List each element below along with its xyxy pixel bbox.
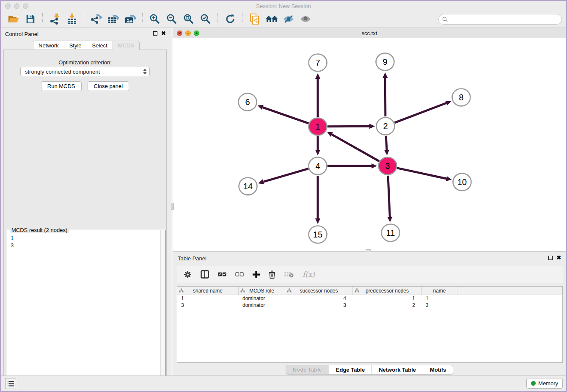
column-header-MCDS-role[interactable]: MCDS role <box>239 287 285 295</box>
function-builder-button[interactable]: f(x) <box>303 269 315 279</box>
search-input[interactable] <box>450 16 561 23</box>
edge-3-10[interactable] <box>397 168 446 179</box>
table-row[interactable]: 1dominator411 <box>177 295 562 302</box>
memory-button[interactable]: Memory <box>526 378 563 389</box>
criterion-value: strongly connected component <box>25 69 100 75</box>
open-session-button[interactable] <box>6 12 21 26</box>
node-11[interactable]: 11 <box>382 224 400 242</box>
node-2[interactable]: 2 <box>377 118 395 135</box>
column-header-shared-name[interactable]: shared name <box>177 287 239 295</box>
table-cell[interactable]: 1 <box>422 295 457 301</box>
home-button[interactable] <box>264 12 279 26</box>
open-folder-icon <box>8 14 19 24</box>
criterion-dropdown[interactable]: strongly connected component <box>20 67 150 76</box>
apply-layout-button[interactable] <box>223 12 237 26</box>
unselect-all-columns-button[interactable] <box>235 269 244 279</box>
edge-1-2[interactable] <box>328 126 369 127</box>
tab-node-table[interactable]: Node Table <box>286 365 329 375</box>
mcds-result-text[interactable]: 1 3 <box>7 232 160 390</box>
toolbar-separator <box>217 13 218 25</box>
tab-motifs[interactable]: Motifs <box>423 365 453 375</box>
table-cell[interactable]: 3 <box>422 302 457 308</box>
node-14[interactable]: 14 <box>239 178 257 195</box>
table-cell[interactable]: dominator <box>239 295 285 301</box>
zoom-in-button[interactable] <box>148 12 162 26</box>
export-table-button[interactable] <box>106 12 121 26</box>
control-panel-body: Optimization criterion: strongly connect… <box>3 50 167 376</box>
search-field[interactable] <box>438 14 562 25</box>
table-cell[interactable]: 3 <box>285 302 353 308</box>
tab-mcds[interactable]: MCDS <box>113 41 140 50</box>
table-cell[interactable]: dominator <box>239 302 285 308</box>
node-1[interactable]: 1 <box>309 118 327 135</box>
column-header-successor-nodes[interactable]: successor nodes <box>285 287 353 295</box>
network-canvas[interactable]: 1234678910111415 <box>173 38 566 251</box>
select-all-columns-button[interactable] <box>218 269 226 279</box>
edge-2-8[interactable] <box>395 103 446 122</box>
network-view-title: scc.txt <box>173 30 566 36</box>
hide-selected-button[interactable] <box>281 12 296 26</box>
tab-network[interactable]: Network <box>33 41 64 50</box>
canvas-resize-handle[interactable] <box>366 249 371 251</box>
control-panel-tabs: NetworkStyleSelectMCDS <box>33 41 140 50</box>
column-header-name[interactable]: name <box>422 287 457 295</box>
run-mcds-button[interactable]: Run MCDS <box>41 81 82 91</box>
svg-text:8: 8 <box>459 93 463 102</box>
tab-style[interactable]: Style <box>64 41 87 50</box>
svg-text:9: 9 <box>383 57 387 66</box>
delete-column-button[interactable] <box>269 269 275 279</box>
table-row[interactable]: 3dominator323 <box>177 302 562 309</box>
add-column-button[interactable] <box>253 269 260 279</box>
tab-network-table[interactable]: Network Table <box>372 365 423 375</box>
svg-text:15: 15 <box>313 230 322 239</box>
float-panel-icon[interactable] <box>153 31 157 36</box>
node-4[interactable]: 4 <box>309 157 327 175</box>
edge-3-1[interactable] <box>332 135 379 161</box>
optimization-criterion-label: Optimization criterion: <box>4 59 166 66</box>
edge-1-6[interactable] <box>263 108 308 124</box>
column-view-button[interactable] <box>201 269 209 279</box>
table-cell[interactable]: 1 <box>353 295 422 301</box>
delete-table-button[interactable] <box>284 269 294 279</box>
node-10[interactable]: 10 <box>453 174 471 191</box>
zoom-selected-button[interactable] <box>198 12 213 26</box>
node-3[interactable]: 3 <box>379 157 397 175</box>
export-network-button[interactable] <box>89 12 104 26</box>
edge-4-14[interactable] <box>263 168 308 182</box>
table-cell[interactable]: 4 <box>285 295 353 301</box>
clone-network-button[interactable] <box>248 12 262 26</box>
toolbar-separator <box>84 13 85 25</box>
node-9[interactable]: 9 <box>376 53 394 71</box>
edge-2-3[interactable] <box>386 136 387 150</box>
tab-select[interactable]: Select <box>87 41 113 50</box>
table-cell[interactable]: 2 <box>353 302 422 308</box>
edge-arrow-4-15 <box>315 218 320 224</box>
task-history-button[interactable] <box>5 378 16 389</box>
save-session-button[interactable] <box>23 12 38 26</box>
import-table-button[interactable] <box>65 12 79 26</box>
node-6[interactable]: 6 <box>239 94 257 111</box>
table-cell[interactable]: 3 <box>177 302 239 308</box>
zoom-fit-button[interactable] <box>182 12 196 26</box>
close-panel-button[interactable]: Close panel <box>88 81 129 91</box>
node-15[interactable]: 15 <box>309 226 327 243</box>
tab-edge-table[interactable]: Edge Table <box>329 365 372 375</box>
select-all-columns-icon <box>218 272 226 276</box>
import-network-button[interactable] <box>48 12 62 26</box>
node-8[interactable]: 8 <box>452 89 471 106</box>
table-cell[interactable]: 1 <box>177 295 239 301</box>
edge-3-11[interactable] <box>388 176 390 217</box>
svg-text:3: 3 <box>385 161 390 171</box>
column-header-predecessor-nodes[interactable]: predecessor nodes <box>353 287 422 295</box>
table-settings-button[interactable] <box>184 269 192 279</box>
export-image-button[interactable] <box>123 12 138 26</box>
close-table-panel-icon[interactable]: ✖ <box>556 255 561 260</box>
edge-2-9[interactable] <box>385 78 385 116</box>
show-all-button[interactable] <box>298 12 313 26</box>
float-table-panel-icon[interactable] <box>548 256 553 260</box>
zoom-out-button[interactable] <box>165 12 179 26</box>
panel-divider-handle[interactable] <box>171 203 174 210</box>
close-panel-icon[interactable]: ✖ <box>161 31 166 36</box>
mcds-result-scrollbar[interactable] <box>160 230 165 390</box>
node-7[interactable]: 7 <box>309 54 327 72</box>
